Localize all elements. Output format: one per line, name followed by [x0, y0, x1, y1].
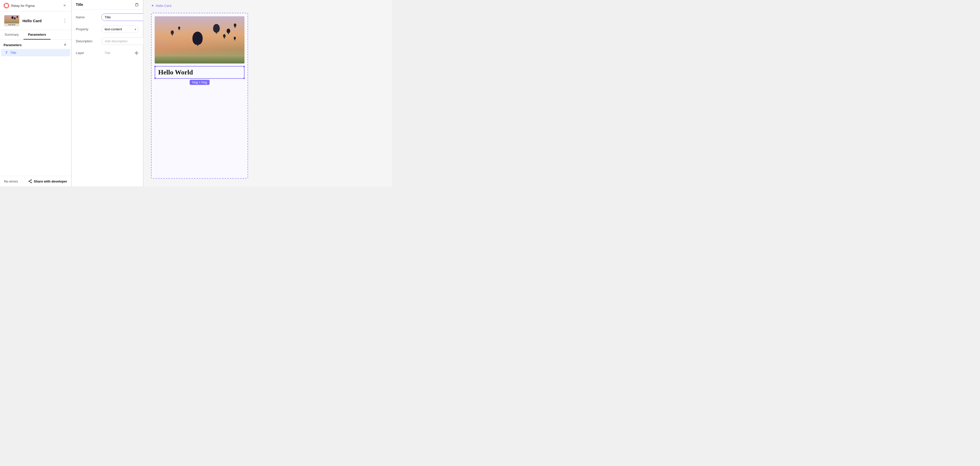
- share-icon: [28, 179, 32, 183]
- detail-panel: Title Name Property text-content visibil…: [72, 0, 143, 186]
- description-label: Description: [76, 39, 99, 43]
- share-label: Share with developer: [34, 179, 67, 183]
- add-parameter-button[interactable]: +: [62, 42, 68, 48]
- target-layer-button[interactable]: [134, 51, 139, 55]
- panel-footer: No errors Share with developer: [0, 176, 71, 186]
- relay-logo-icon: [3, 3, 9, 8]
- ground: [155, 56, 245, 63]
- thumbnail-image: [4, 15, 19, 24]
- layer-label: Layer: [76, 51, 99, 55]
- balloon-bottom-right: [234, 37, 236, 39]
- parameters-section: Parameters + T Title: [0, 40, 71, 176]
- svg-line-4: [30, 182, 31, 182]
- property-label: Property: [76, 27, 99, 31]
- detail-fields: Name Property text-content visibility st…: [72, 10, 143, 186]
- layer-value: Title: [101, 49, 132, 56]
- diamond-icon: ✦: [151, 3, 154, 8]
- layer-field-row: Layer Title: [76, 49, 139, 56]
- param-name-title: Title: [10, 51, 16, 55]
- crosshair-icon: [134, 51, 139, 55]
- left-panel: Relay for Figma × Hello World Hello Card…: [0, 0, 72, 186]
- card-title-text: Hello World: [158, 68, 193, 76]
- tab-parameters[interactable]: Parameters: [24, 30, 51, 40]
- detail-header: Title: [72, 0, 143, 10]
- card-image: [155, 16, 245, 63]
- property-field-row: Property text-content visibility style ▾: [76, 25, 139, 33]
- component-thumbnail: Hello World: [4, 15, 19, 26]
- svg-point-0: [31, 180, 32, 181]
- svg-point-2: [31, 182, 32, 183]
- handle-top-left: [154, 65, 156, 68]
- svg-point-1: [29, 181, 30, 182]
- share-button[interactable]: Share with developer: [28, 179, 67, 183]
- panel-header: Relay for Figma ×: [0, 0, 71, 11]
- svg-point-15: [136, 52, 137, 53]
- hello-card-frame: Hello World Hug × Hug: [151, 13, 248, 179]
- description-field-row: Description: [76, 38, 139, 45]
- component-card: Hello World Hello Card ⋮: [0, 11, 71, 30]
- component-name: Hello Card: [22, 19, 59, 23]
- panel-header-left: Relay for Figma: [3, 3, 35, 8]
- parameters-label: Parameters: [3, 43, 22, 47]
- balloon-small-left: [171, 30, 174, 35]
- handle-bottom-right: [243, 77, 245, 79]
- nav-tabs: Summary Parameters: [0, 30, 71, 40]
- handle-bottom-left: [154, 77, 156, 79]
- card-title-area: Hello World Hug × Hug: [155, 66, 245, 79]
- detail-panel-title: Title: [76, 3, 83, 6]
- param-type-icon: T: [5, 51, 8, 55]
- more-options-button[interactable]: ⋮: [62, 18, 67, 24]
- tab-summary[interactable]: Summary: [0, 30, 24, 40]
- trash-icon: [135, 3, 139, 6]
- parameters-header: Parameters +: [0, 40, 71, 49]
- thumbnail-caption: Hello World: [4, 24, 19, 26]
- hug-badge: Hug × Hug: [189, 80, 210, 85]
- svg-line-3: [30, 180, 31, 181]
- handle-top-right: [243, 65, 245, 68]
- delete-button[interactable]: [135, 3, 139, 6]
- panel-title: Relay for Figma: [11, 4, 35, 8]
- property-select[interactable]: text-content visibility style: [101, 25, 139, 33]
- property-select-wrapper: text-content visibility style ▾: [101, 25, 139, 33]
- balloon-mid-right: [223, 34, 226, 38]
- status-text: No errors: [4, 179, 18, 183]
- name-field-row: Name: [76, 14, 139, 21]
- canvas-component-label: ✦ Hello Card: [151, 3, 171, 8]
- svg-rect-5: [135, 4, 138, 6]
- balloon-medium-right: [213, 24, 220, 33]
- parameter-item-title[interactable]: T Title: [1, 49, 70, 56]
- close-button[interactable]: ×: [62, 3, 68, 9]
- name-label: Name: [76, 15, 99, 19]
- canvas-label-text: Hello Card: [156, 4, 171, 8]
- balloon-tiny-right: [234, 24, 236, 27]
- balloon-small-right: [227, 29, 230, 33]
- balloon-tiny-left: [178, 27, 180, 29]
- balloon-large: [192, 32, 203, 45]
- canvas-area: ✦ Hello Card H: [143, 0, 392, 186]
